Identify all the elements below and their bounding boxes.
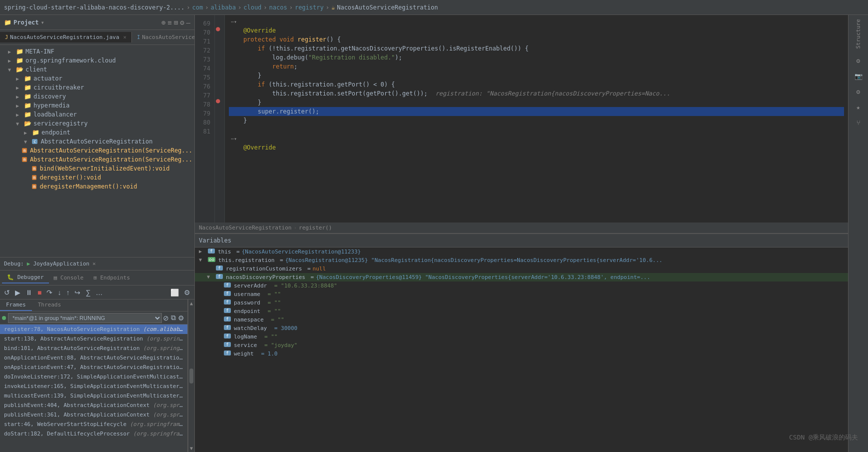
maven-icon[interactable]: ⚙ <box>855 55 863 66</box>
debug-session-close[interactable]: × <box>92 260 96 267</box>
var-watch-delay[interactable]: ▶ f watchDelay = 30000 <box>195 324 848 332</box>
debugger-icon: 🐛 <box>7 274 14 280</box>
tab-nacos-interface[interactable]: I NacosAutoServiceRegistration × <box>132 32 194 42</box>
var-icon-username: f <box>224 291 231 296</box>
tree-item-loadbalancer[interactable]: ▶ 📁 loadbalancer <box>0 110 194 119</box>
var-reg-customizers[interactable]: ▶ f registrationCustomizers = null <box>195 264 848 273</box>
structure-icon[interactable]: Structure <box>853 17 864 51</box>
expand-icon[interactable]: ⊞ <box>174 18 178 26</box>
breadcrumb-registry[interactable]: registry <box>295 4 324 11</box>
step-over-btn[interactable]: ↷ <box>44 288 54 298</box>
git-icon[interactable]: ⑂ <box>855 117 863 128</box>
tree-item-method-deregister[interactable]: m deregister():void <box>0 173 194 182</box>
frame-item-0[interactable]: register:78, NacosAutoServiceRegistratio… <box>0 324 187 334</box>
close-sidebar-icon[interactable]: — <box>186 18 190 26</box>
tab-console[interactable]: ▤ Console <box>49 272 89 283</box>
restart-btn[interactable]: ↺ <box>2 288 12 298</box>
collapse-icon[interactable]: ≡ <box>167 18 171 26</box>
file-tabs: J NacosAutoServiceRegistration.java × I … <box>0 30 194 45</box>
debug-panel: Debug: ▶ JoydayApplication × 🐛 Debugger … <box>0 257 194 452</box>
favorites-icon[interactable]: ★ <box>855 102 863 113</box>
tree-item-method-2[interactable]: m AbstractAutoServiceRegistration(Servic… <box>0 155 194 164</box>
frame-item-3[interactable]: onApplicationEvent:88, AbstractAutoServi… <box>0 353 187 362</box>
frame-item-5[interactable]: doInvokeListener:172, SimpleApplicationE… <box>0 372 187 382</box>
tree-item-discovery[interactable]: ▶ 📁 discovery <box>0 92 194 101</box>
tree-item-client[interactable]: ▼ 📂 client <box>0 65 194 74</box>
tab-close-1[interactable]: × <box>123 34 127 40</box>
code-content[interactable]: ⋯▾ @Override protected void register() {… <box>225 15 848 222</box>
var-weight[interactable]: ▶ f weight = 1.0 <box>195 350 848 358</box>
stop-btn[interactable]: ■ <box>35 288 43 298</box>
resume-btn[interactable]: ▶ <box>13 288 22 298</box>
camera-icon[interactable]: 📷 <box>853 70 865 82</box>
frame-item-1[interactable]: start:138, AbstractAutoServiceRegistrati… <box>0 334 187 344</box>
breadcrumb-class-name: NacosAutoServiceRegistration <box>199 224 291 231</box>
tab-nacos-java[interactable]: J NacosAutoServiceRegistration.java × <box>0 32 132 42</box>
memory-btn[interactable]: ⬜ <box>168 288 181 298</box>
step-into-btn[interactable]: ↓ <box>55 288 63 298</box>
frames-scrollbar[interactable]: ▲ ▼ <box>188 300 194 452</box>
settings-right-icon[interactable]: ⚙ <box>855 86 863 98</box>
breakpoint-78[interactable]: ● <box>215 96 224 105</box>
frame-item-6[interactable]: invokeListener:165, SimpleApplicationEve… <box>0 382 187 391</box>
folder-icon-springframework: 📁 <box>16 57 23 64</box>
right-icons-panel: Structure ⚙ 📷 ⚙ ★ ⑂ <box>848 15 868 452</box>
tree-item-abstract-class[interactable]: ▼ c AbstractAutoServiceRegistration <box>0 137 194 146</box>
var-registration[interactable]: ▼ oo this.registration = {NacosRegistrat… <box>195 256 848 264</box>
var-password[interactable]: ▶ f password = "" <box>195 298 848 307</box>
frame-item-2[interactable]: bind:101, AbstractAutoServiceRegistratio… <box>0 344 187 353</box>
var-nacos-props[interactable]: ▼ f nacosDiscoveryProperties = {NacosDis… <box>195 273 848 282</box>
more-btn[interactable]: … <box>93 288 104 298</box>
frames-tab[interactable]: Frames <box>0 300 32 311</box>
var-username[interactable]: ▶ f username = "" <box>195 290 848 298</box>
tree-view: ▶ 📁 META-INF ▶ 📁 org.springframework.clo… <box>0 45 194 257</box>
step-out-btn[interactable]: ↑ <box>64 288 71 298</box>
breadcrumb-class: NacosAutoServiceRegistration <box>337 4 438 11</box>
var-this[interactable]: ▶ f this = {NacosAutoServiceRegistration… <box>195 248 848 256</box>
thread-selector[interactable]: *main*@1 in group *main*: RUNNING <box>8 313 162 323</box>
var-server-addr[interactable]: ▶ f serverAddr = "10.6.33.23:8848" <box>195 282 848 290</box>
breadcrumb-cloud[interactable]: cloud <box>243 4 261 11</box>
tree-item-serviceregistry[interactable]: ▼ 📂 serviceregistry <box>0 119 194 128</box>
dropdown-icon[interactable]: ▾ <box>41 19 44 26</box>
frame-item-11[interactable]: doStart:182, DefaultLifecycleProcessor (… <box>0 429 187 438</box>
tree-item-meta-inf[interactable]: ▶ 📁 META-INF <box>0 47 194 56</box>
var-namespace[interactable]: ▶ f namespace = "" <box>195 316 848 324</box>
evaluate-btn[interactable]: ∑ <box>83 288 92 298</box>
breadcrumb-nacos[interactable]: nacos <box>269 4 287 11</box>
var-endpoint[interactable]: ▶ f endpoint = "" <box>195 307 848 316</box>
tab-endpoints[interactable]: ⊞ Endpoints <box>88 272 135 283</box>
tree-item-method-bind[interactable]: m bind(WebServerInitializedEvent):void <box>0 164 194 173</box>
settings-debug-btn[interactable]: ⚙ <box>182 288 192 298</box>
scroll-down-icon[interactable]: ▼ <box>190 446 193 451</box>
run-to-cursor-btn[interactable]: ↪ <box>72 288 82 298</box>
tab-debugger[interactable]: 🐛 Debugger <box>2 272 49 284</box>
tree-item-method-deregister-mgmt[interactable]: m deregisterManagement():void <box>0 182 194 191</box>
var-service[interactable]: ▶ f service = "joyday" <box>195 341 848 350</box>
var-log-name[interactable]: ▶ f logName = "" <box>195 332 848 341</box>
tree-item-circuitbreaker[interactable]: ▶ 📁 circuitbreaker <box>0 83 194 92</box>
settings-icon[interactable]: ⚙ <box>180 18 184 26</box>
scroll-thumb[interactable] <box>189 368 193 384</box>
threads-tab[interactable]: Threads <box>32 300 67 311</box>
tree-item-actuator[interactable]: ▶ 📁 actuator <box>0 74 194 83</box>
variables-header: Variables <box>195 234 848 248</box>
frame-item-9[interactable]: publishEvent:361, AbstractApplicationCon… <box>0 410 187 420</box>
breadcrumb-alibaba[interactable]: alibaba <box>210 4 236 11</box>
tree-item-hypermedia[interactable]: ▶ 📁 hypermedia <box>0 101 194 110</box>
breadcrumb-com[interactable]: com <box>192 4 203 11</box>
tree-item-endpoint[interactable]: ▶ 📁 endpoint <box>0 128 194 137</box>
pause-btn[interactable]: ⏸ <box>23 288 34 298</box>
frame-item-4[interactable]: onApplicationEvent:47, AbstractAutoServi… <box>0 362 187 372</box>
filter-frames-btn[interactable]: ⊘ <box>162 313 170 323</box>
tree-item-springframework[interactable]: ▶ 📁 org.springframework.cloud <box>0 56 194 65</box>
tree-item-method-1[interactable]: m AbstractAutoServiceRegistration(Servic… <box>0 146 194 155</box>
frame-item-10[interactable]: start:46, WebServerStartStopLifecycle (o… <box>0 420 187 429</box>
copy-frames-btn[interactable]: ⧉ <box>170 312 177 323</box>
scroll-up-icon[interactable]: ▲ <box>190 300 193 306</box>
breakpoint-70[interactable]: ● <box>215 24 224 33</box>
frame-item-8[interactable]: publishEvent:404, AbstractApplicationCon… <box>0 400 187 410</box>
frame-item-7[interactable]: multicastEvent:139, SimpleApplicationEve… <box>0 391 187 400</box>
locate-icon[interactable]: ⊕ <box>161 18 165 26</box>
settings-frames-btn[interactable]: ⚙ <box>177 313 185 323</box>
